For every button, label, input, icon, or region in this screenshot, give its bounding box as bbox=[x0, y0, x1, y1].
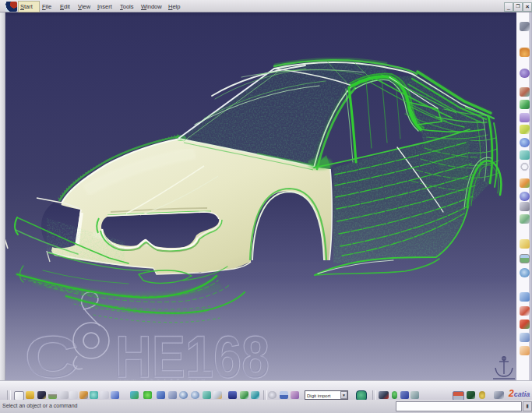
svg-text:HE168: HE168 bbox=[115, 323, 269, 380]
svg-text:C: C bbox=[23, 323, 78, 380]
